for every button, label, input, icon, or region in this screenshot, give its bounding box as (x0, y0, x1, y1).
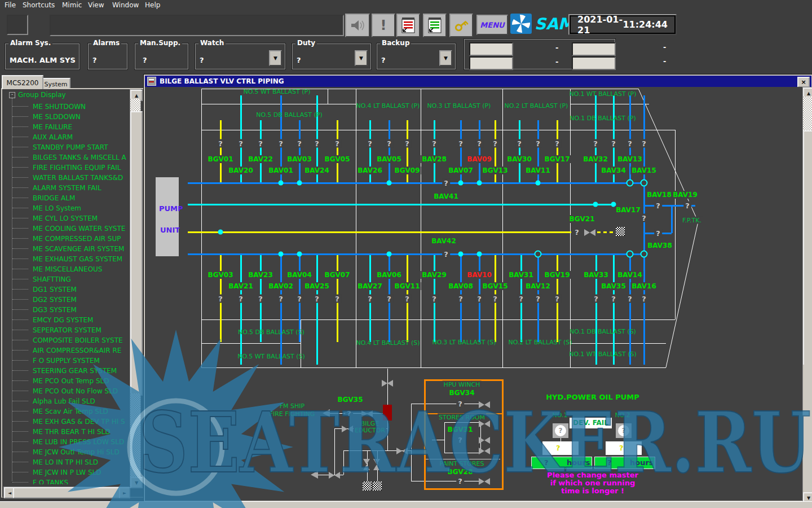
valve-state-bgv19[interactable]: ? (553, 295, 561, 303)
inline-valve-state[interactable]: ? (683, 202, 691, 210)
valve-state-bav28[interactable]: ? (430, 139, 438, 148)
valve-state-bav01[interactable]: ? (277, 139, 285, 148)
tab-system[interactable]: System (41, 78, 70, 89)
tree-item[interactable]: EMCY DG SYSTEM (33, 316, 130, 325)
valve-label-bav03[interactable]: BAV03 (286, 155, 313, 163)
scroll-track[interactable] (130, 393, 140, 477)
valve-label-bav14[interactable]: BAV14 (616, 271, 643, 279)
valve-label-bav17[interactable]: BAV17 (615, 206, 642, 214)
valve-bowtie-icon[interactable] (328, 471, 341, 479)
valve-label-bav26[interactable]: BAV26 (356, 167, 383, 174)
valve-state-bav29[interactable]: ? (430, 295, 438, 303)
tree-item[interactable]: ME SHUTDOWN (33, 103, 130, 111)
tree-item[interactable]: STEERING GEAR SYSTEM (33, 367, 130, 375)
inline-valve-state[interactable]: ? (456, 436, 464, 444)
valve-label-bav42[interactable]: BAV42 (430, 237, 457, 245)
scroll-down-button[interactable]: ▼ (130, 477, 143, 488)
tree-item[interactable]: ME LO IN TP HI SLD (33, 458, 130, 467)
inline-valve-state[interactable]: ? (654, 202, 662, 210)
tree-item[interactable]: ME LUB IN PRESS LOW SLD (33, 438, 130, 446)
tree-item[interactable]: ALARM SYSTEM FAIL (33, 184, 130, 192)
valve-state-bav09[interactable]: ? (475, 139, 483, 148)
valve-state-bav14[interactable]: ? (626, 295, 634, 303)
valve-label-bav05[interactable]: BAV05 (376, 155, 403, 163)
valve-label-bav09[interactable]: BAV09 (466, 155, 493, 163)
event-list-button[interactable] (423, 14, 447, 37)
tree-item[interactable]: DG2 SYSTEM (33, 296, 130, 304)
valve-state-bav33[interactable]: ? (592, 295, 600, 303)
valve-state-bav35[interactable]: ? (610, 295, 617, 303)
valve-state-bgv13[interactable]: ? (491, 139, 499, 148)
valve-state-bav11[interactable]: ? (534, 139, 542, 148)
tree-item[interactable]: DG1 SYSTEM (33, 286, 130, 294)
valve-state-bav21[interactable]: ? (237, 295, 245, 303)
valve-state-bav26[interactable]: ? (366, 139, 374, 148)
valve-state-bav32[interactable]: ? (592, 139, 599, 148)
valve-label-bav07[interactable]: BAV07 (447, 167, 474, 174)
valve-label-bgv17[interactable]: BGV17 (544, 155, 571, 163)
tree-item[interactable]: COMPOSITE BOILER SYSTE (33, 336, 130, 345)
menu-button[interactable]: MENU (476, 15, 508, 35)
menu-item-file[interactable]: File (5, 1, 16, 9)
valve-state-bgv09[interactable]: ? (403, 139, 411, 148)
scroll-track[interactable] (803, 97, 812, 130)
tree-item[interactable]: ME LO System (33, 204, 130, 213)
valve-label-bav15[interactable]: BAV15 (630, 167, 657, 174)
menu-item-shortcuts[interactable]: Shortcuts (23, 1, 55, 9)
valve-label-bav13[interactable]: BAV13 (616, 155, 643, 163)
valve-label-bgv28[interactable]: BGV28 (447, 468, 474, 476)
valve-label-bgv01[interactable]: BGV01 (207, 155, 235, 163)
valve-label-bav02[interactable]: BAV02 (267, 282, 294, 290)
backup-dropdown-button[interactable]: ▼ (439, 50, 452, 66)
tree-hscrollbar[interactable]: ◄ ► (3, 487, 130, 497)
valve-label-bgv09[interactable]: BGV09 (394, 167, 421, 174)
valve-state-bav08[interactable]: ? (457, 295, 465, 303)
valve-label-bav18[interactable]: BAV18 (646, 191, 673, 199)
valve-label-bav19[interactable]: BAV19 (672, 191, 699, 199)
valve-state-bav23[interactable]: ? (257, 295, 264, 303)
tree-item[interactable]: AIR COMPRESSOR&AIR RE (33, 347, 130, 355)
valve-bowtie-icon[interactable] (584, 228, 596, 236)
valve-state-bav24[interactable]: ? (313, 139, 321, 148)
tree-item[interactable]: ME CYL LO SYSTEM (33, 214, 130, 223)
tree-item[interactable]: SHAFTTING (33, 275, 130, 284)
valve-label-bav10[interactable]: BAV10 (466, 271, 493, 279)
valve-bowtie-icon[interactable] (363, 458, 371, 471)
valve-label-bav06[interactable]: BAV06 (376, 271, 403, 279)
valve-state-bav04[interactable]: ? (295, 295, 303, 303)
tree-item[interactable]: ME PCO Out Temp SLD (33, 377, 130, 386)
tree-item[interactable]: BILGES TANKS & MISCELL A (33, 154, 130, 162)
valve-label-bgv05[interactable]: BGV05 (324, 155, 351, 163)
tree-item[interactable]: ME JCW IN P LW SLD (33, 468, 130, 477)
valve-label-bgv03[interactable]: BGV03 (207, 271, 235, 279)
watch-dropdown-button[interactable]: ▼ (269, 50, 282, 66)
inline-valve-state[interactable]: ? (456, 477, 464, 485)
valve-label-bav20[interactable]: BAV20 (227, 167, 254, 174)
valve-label-bav21[interactable]: BAV21 (227, 282, 254, 290)
tree-vscrollbar[interactable]: ▲ ▼ (130, 89, 141, 487)
tree-item[interactable]: DG3 SYSTEM (33, 306, 130, 314)
valve-label-bav33[interactable]: BAV33 (582, 271, 610, 279)
valve-state-bav20[interactable]: ? (237, 139, 245, 148)
pump-2-hours-bar[interactable]: ?hours (594, 457, 655, 469)
valve-state-bgv17[interactable]: ? (553, 139, 561, 148)
valve-bowtie-icon[interactable] (478, 446, 491, 454)
valve-state-bav12[interactable]: ? (534, 295, 542, 303)
inline-valve-state[interactable]: ? (442, 250, 450, 259)
tree-item[interactable]: F O SUPPLY SYSTEM (33, 357, 130, 365)
tree-item[interactable]: F O TANKS (33, 479, 130, 484)
tree-item[interactable]: ME SLDDOWN (33, 113, 130, 121)
valve-bowtie-icon[interactable] (478, 419, 491, 427)
valve-label-bav11[interactable]: BAV11 (524, 167, 551, 174)
tree-item[interactable]: ME JCW Outl Temp Hi SLD (33, 448, 130, 457)
valve-bowtie-icon[interactable] (381, 379, 394, 387)
valve-bowtie-icon[interactable] (478, 477, 491, 485)
mute-horn-button[interactable] (345, 14, 370, 37)
valve-label-bgv21[interactable]: BGV21 (568, 215, 596, 223)
valve-state-bav30[interactable]: ? (515, 139, 523, 148)
close-icon[interactable]: × (797, 77, 810, 87)
tree-item[interactable]: ME Scav Air Temp SLD (33, 408, 130, 416)
tree-item[interactable]: AUX ALARM (33, 133, 130, 142)
pump-2-icon[interactable]: ? (616, 423, 632, 438)
valve-label-bav12[interactable]: BAV12 (524, 282, 551, 290)
